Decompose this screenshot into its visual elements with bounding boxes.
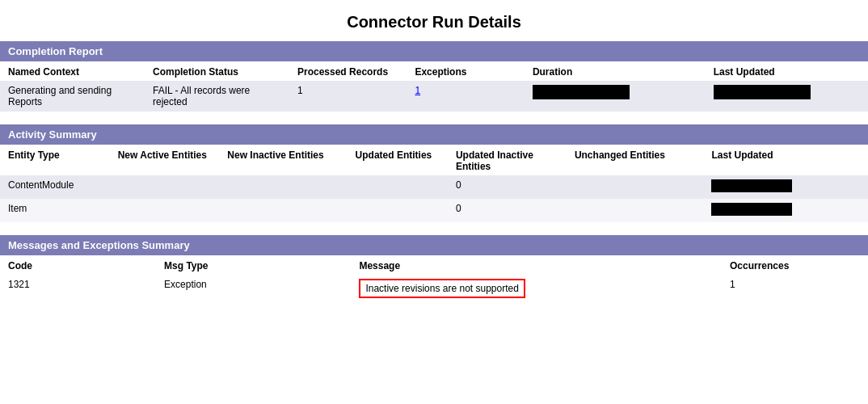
completion-report-table: Named Context Completion Status Processe…	[0, 61, 868, 112]
activity-summary-table: Entity Type New Active Entities New Inac…	[0, 145, 868, 222]
col-header-named-context: Named Context	[0, 61, 145, 81]
unchanged-cell-1	[567, 199, 704, 222]
entity-type-cell-1: Item	[0, 199, 110, 222]
processed-records-cell: 1	[289, 81, 407, 112]
completion-report-section: Completion Report Named Context Completi…	[0, 41, 868, 112]
col-header-unchanged: Unchanged Entities	[567, 145, 704, 175]
table-row: Generating and sending Reports FAIL - Al…	[0, 81, 868, 112]
col-header-new-inactive: New Inactive Entities	[219, 145, 347, 175]
col-header-updated-inactive: Updated Inactive Entities	[448, 145, 567, 175]
named-context-cell: Generating and sending Reports	[0, 81, 145, 112]
messages-summary-header: Messages and Exceptions Summary	[0, 235, 868, 255]
col-header-new-active: New Active Entities	[110, 145, 220, 175]
col-header-last-updated2: Last Updated	[703, 145, 868, 175]
page-title: Connector Run Details	[0, 0, 868, 41]
updated-inactive-cell-1: 0	[448, 199, 567, 222]
col-header-code: Code	[0, 255, 156, 275]
new-active-cell-1	[110, 199, 220, 222]
col-header-occurrences: Occurrences	[722, 255, 868, 275]
last-updated-cell	[706, 81, 868, 112]
last-updated2-cell-1	[703, 199, 868, 222]
activity-summary-header: Activity Summary	[0, 124, 868, 145]
message-highlighted: Inactive revisions are not supported	[359, 279, 525, 298]
col-header-last-updated: Last Updated	[706, 61, 868, 81]
last-updated2-cell-0	[703, 175, 868, 199]
col-header-exceptions: Exceptions	[407, 61, 524, 81]
activity-summary-section: Activity Summary Entity Type New Active …	[0, 124, 868, 222]
last-updated-redacted-0	[711, 179, 792, 192]
col-header-duration: Duration	[525, 61, 706, 81]
messages-summary-section: Messages and Exceptions Summary Code Msg…	[0, 235, 868, 302]
entity-type-cell-0: ContentModule	[0, 175, 110, 199]
col-header-completion-status: Completion Status	[145, 61, 289, 81]
duration-cell	[525, 81, 706, 112]
new-inactive-cell-1	[219, 199, 347, 222]
updated-inactive-cell-0: 0	[448, 175, 567, 199]
exceptions-cell[interactable]: 1	[407, 81, 524, 112]
col-header-msg-type: Msg Type	[156, 255, 351, 275]
table-row: ContentModule 0	[0, 175, 868, 199]
col-header-entity-type: Entity Type	[0, 145, 110, 175]
completion-report-header: Completion Report	[0, 41, 868, 61]
table-row: Item 0	[0, 199, 868, 222]
message-cell-0: Inactive revisions are not supported	[351, 275, 722, 302]
duration-redacted	[533, 85, 630, 99]
updated-cell-1	[348, 199, 448, 222]
unchanged-cell-0	[567, 175, 704, 199]
code-cell-0: 1321	[0, 275, 156, 302]
new-inactive-cell-0	[219, 175, 347, 199]
col-header-message: Message	[351, 255, 722, 275]
new-active-cell-0	[110, 175, 220, 199]
occurrences-cell-0: 1	[722, 275, 868, 302]
table-row: 1321 Exception Inactive revisions are no…	[0, 275, 868, 302]
completion-status-cell: FAIL - All records were rejected	[145, 81, 289, 112]
updated-cell-0	[348, 175, 448, 199]
last-updated-redacted	[714, 85, 811, 99]
messages-summary-table: Code Msg Type Message Occurrences 1321 E…	[0, 255, 868, 302]
col-header-processed-records: Processed Records	[289, 61, 407, 81]
msgtype-cell-0: Exception	[156, 275, 351, 302]
last-updated-redacted-1	[711, 203, 792, 216]
col-header-updated: Updated Entities	[348, 145, 448, 175]
